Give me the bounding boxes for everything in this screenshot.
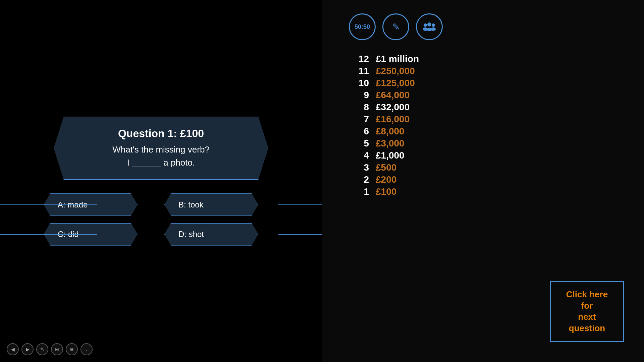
toolbar-edit[interactable]: ✎ [36, 343, 48, 355]
answer-a[interactable]: A: made [44, 193, 138, 216]
question-text-line1: What's the missing verb? [74, 143, 248, 156]
next-btn-line2: next question [569, 312, 605, 333]
phone-friend-icon: ✎ [392, 21, 400, 33]
prize-amount: £32,000 [376, 102, 410, 113]
ask-audience-icon [423, 22, 436, 32]
prize-row: 8£32,000 [356, 102, 610, 113]
prize-row: 5£3,000 [356, 138, 610, 149]
prize-row: 7£16,000 [356, 114, 610, 125]
prize-amount: £500 [376, 162, 396, 173]
prize-amount: £16,000 [376, 114, 410, 125]
prize-row: 12£1 million [356, 54, 610, 64]
prize-amount: £64,000 [376, 90, 410, 101]
answer-wrapper-d[interactable]: D: shot [164, 223, 278, 246]
prize-number: 3 [356, 162, 369, 173]
answer-b[interactable]: B: took [164, 193, 258, 216]
prize-amount: £200 [376, 174, 396, 185]
answer-wrapper-c[interactable]: C: did [44, 223, 158, 246]
prize-number: 1 [356, 186, 369, 197]
prize-amount: £1 million [376, 54, 419, 64]
prize-number: 2 [356, 174, 369, 185]
svg-point-1 [427, 22, 431, 26]
next-question-button[interactable]: Click here fornext question [550, 281, 624, 342]
answer-d[interactable]: D: shot [164, 223, 258, 246]
right-panel: 50:50 ✎ 12£1 million11£250,00010£125,000… [322, 0, 644, 362]
prize-row: 2£200 [356, 174, 610, 185]
prize-number: 7 [356, 114, 369, 125]
prize-number: 10 [356, 78, 369, 88]
answer-wrapper-a[interactable]: A: made [44, 193, 158, 216]
prize-number: 12 [356, 54, 369, 64]
svg-point-5 [431, 27, 436, 31]
prize-ladder: 12£1 million11£250,00010£125,0009£64,000… [342, 54, 624, 197]
question-box: Question 1: £100 What's the missing verb… [54, 117, 268, 180]
toolbar-back[interactable]: ◀ [7, 343, 19, 355]
bottom-toolbar: ◀ ▶ ✎ ⊞ ⊕ … [7, 343, 93, 355]
svg-point-0 [424, 23, 427, 27]
toolbar-grid[interactable]: ⊞ [51, 343, 63, 355]
next-btn-line1: Click here for [566, 289, 608, 311]
fifty-fifty-label: 50:50 [355, 23, 370, 31]
answer-c[interactable]: C: did [44, 223, 138, 246]
lifelines-row: 50:50 ✎ [349, 13, 443, 40]
prize-row: 6£8,000 [356, 126, 610, 137]
prize-number: 8 [356, 102, 369, 113]
prize-row: 10£125,000 [356, 78, 610, 88]
answers-grid: A: made B: took C: did D: shot [44, 193, 278, 246]
prize-amount: £100 [376, 186, 396, 197]
prize-row: 11£250,000 [356, 66, 610, 76]
prize-row: 4£1,000 [356, 150, 610, 161]
prize-amount: £8,000 [376, 126, 405, 137]
prize-row: 9£64,000 [356, 90, 610, 101]
prize-row: 1£100 [356, 186, 610, 197]
prize-number: 6 [356, 126, 369, 137]
lifeline-phone-friend[interactable]: ✎ [382, 13, 409, 40]
prize-number: 9 [356, 90, 369, 101]
prize-number: 4 [356, 150, 369, 161]
prize-row: 3£500 [356, 162, 610, 173]
prize-amount: £1,000 [376, 150, 405, 161]
left-panel: Question 1: £100 What's the missing verb… [0, 0, 322, 362]
toolbar-zoom[interactable]: ⊕ [66, 343, 78, 355]
toolbar-forward[interactable]: ▶ [21, 343, 34, 355]
prize-number: 5 [356, 138, 369, 149]
prize-amount: £125,000 [376, 78, 415, 88]
svg-point-2 [432, 23, 435, 27]
question-title: Question 1: £100 [74, 127, 248, 140]
prize-number: 11 [356, 66, 369, 76]
prize-amount: £3,000 [376, 138, 405, 149]
question-text-line2: I ______ a photo. [74, 156, 248, 169]
toolbar-more[interactable]: … [80, 343, 93, 355]
lifeline-fifty-fifty[interactable]: 50:50 [349, 13, 376, 40]
lifeline-ask-audience[interactable] [416, 13, 443, 40]
answer-wrapper-b[interactable]: B: took [164, 193, 278, 216]
prize-amount: £250,000 [376, 66, 415, 76]
